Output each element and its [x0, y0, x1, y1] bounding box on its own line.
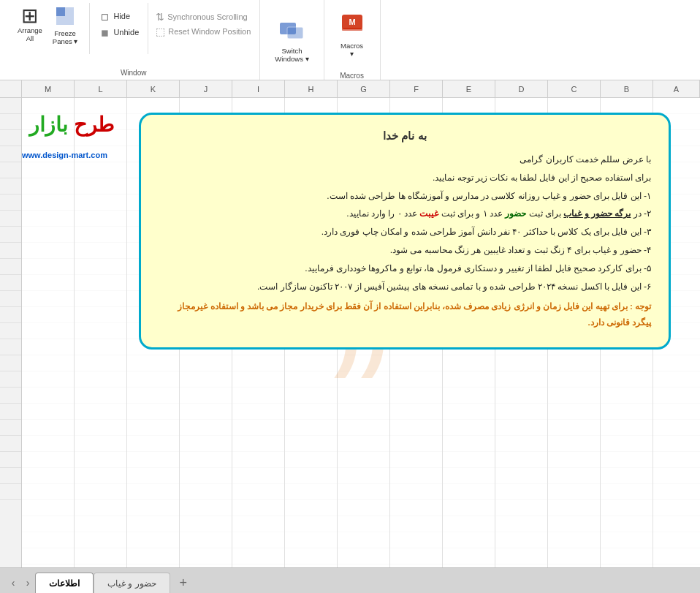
- tab-bar: ‹ › اطلاعات حضور و غیاب +: [0, 567, 700, 593]
- svg-rect-7: [342, 28, 362, 31]
- row-num-4: [0, 146, 21, 162]
- col-header-D: D: [495, 80, 548, 97]
- row-num-3: [0, 130, 21, 146]
- switch-windows-button[interactable]: Switch Windows ▾: [269, 14, 314, 66]
- macros-group-label: Macros: [340, 69, 364, 80]
- col-header-H: H: [285, 80, 338, 97]
- svg-rect-0: [56, 7, 65, 16]
- excel-body: M L K J I H G F E D C B A: [0, 80, 700, 567]
- tab-scroll-right-arrow[interactable]: ›: [20, 573, 35, 593]
- row-num-10: [0, 243, 21, 259]
- row-num-13: [0, 291, 21, 307]
- sync-scroll-icon: ⇅: [156, 11, 164, 23]
- hide-label: Hide: [113, 12, 130, 20]
- notice-text: توجه : برای تهیه این فایل زمان و انرژی ز…: [159, 299, 651, 331]
- sync-scroll-button[interactable]: ⇅ Synchronous Scrolling: [154, 10, 252, 23]
- col-header-C: C: [548, 80, 601, 97]
- hide-icon: ◻: [99, 10, 110, 22]
- col-header-B: B: [601, 80, 653, 97]
- tab-scroll-left-arrow[interactable]: ‹: [6, 573, 20, 593]
- freeze-panes-button[interactable]: Freeze Panes ▾: [48, 3, 83, 48]
- card-line-6: ۵- برای کارکرد صحیح فایل لطفا از تغییر و…: [159, 260, 651, 277]
- window-group-label: Window: [121, 66, 147, 77]
- reset-pos-icon: ⬚: [156, 26, 165, 37]
- col-header-I: I: [232, 80, 285, 97]
- card-body: با عرض سللم خدمت کاربران گرامی برای استف…: [159, 151, 651, 331]
- col-header-M: M: [22, 80, 75, 97]
- card-line-2: ۱- این فایل برای حضور و غیاب روزانه کلاس…: [159, 188, 651, 205]
- row-num-16: [0, 339, 21, 355]
- tab-info[interactable]: اطلاعات: [35, 573, 94, 593]
- card-line-4: ۳- این فایل برای یک کلاس با حداکثر ۴۰ نف…: [159, 224, 651, 241]
- unhide-label: Unhide: [113, 28, 139, 37]
- col-header-F: F: [390, 80, 443, 97]
- unhide-button[interactable]: ◼ Unhide: [94, 25, 143, 39]
- ribbon: ⊞ Arrange All Freeze Panes ▾: [0, 0, 700, 80]
- svg-rect-1: [65, 7, 74, 16]
- macros-button[interactable]: M Macros ▾: [333, 9, 371, 61]
- svg-rect-3: [65, 16, 74, 25]
- hide-button[interactable]: ◻ Hide: [94, 9, 143, 23]
- card-title: به نام خدا: [159, 129, 651, 143]
- card-line-5: ۴- حضور و غیاب برای ۴ زنگ ثبت و تعداد غا…: [159, 242, 651, 259]
- arrange-all-label: Arrange: [18, 26, 42, 34]
- card-line-3: ۲- در برگه حضور و غیاب برای ثبت حضور عدد…: [159, 205, 651, 222]
- grid-content[interactable]: طرح بازار www.design-mart.com )) به نام …: [22, 98, 700, 567]
- row-num-24: [0, 468, 21, 484]
- row-num-1: [0, 98, 21, 114]
- reset-window-position-button[interactable]: ⬚ Reset Window Position: [154, 25, 252, 38]
- col-header-K: K: [127, 80, 180, 97]
- sync-scroll-label: Synchronous Scrolling: [167, 12, 247, 21]
- tarhbazar-logo: طرح بازار: [29, 113, 114, 137]
- row-num-18: [0, 371, 21, 388]
- unhide-icon: ◼: [99, 26, 110, 38]
- svg-rect-5: [287, 27, 303, 39]
- ribbon-group-macros: M Macros ▾ Macros: [324, 0, 381, 80]
- row-num-20: [0, 404, 21, 420]
- row-num-5: [0, 162, 21, 178]
- row-num-15: [0, 323, 21, 339]
- column-headers: M L K J I H G F E D C B A: [0, 80, 700, 98]
- row-num-2: [0, 114, 21, 130]
- info-card: به نام خدا با عرض سللم خدمت کاربران گرام…: [139, 113, 671, 350]
- row-num-25: [0, 484, 21, 500]
- col-header-L: L: [75, 80, 127, 97]
- row-num-9: [0, 227, 21, 243]
- grid-area: طرح بازار www.design-mart.com )) به نام …: [0, 98, 700, 567]
- card-line-0: با عرض سللم خدمت کاربران گرامی: [159, 151, 651, 168]
- row-num-7: [0, 194, 21, 211]
- row-num-12: [0, 275, 21, 291]
- card-line-1: برای استفاده صحیح از این فایل لطفا به نک…: [159, 170, 651, 186]
- col-header-A: A: [653, 80, 700, 97]
- freeze-panes-label: Freeze: [54, 29, 76, 37]
- row-num-header-corner: [0, 80, 22, 97]
- arrange-all-button[interactable]: ⊞ Arrange All: [13, 3, 47, 45]
- macros-label: Macros: [341, 42, 363, 50]
- row-num-8: [0, 211, 21, 227]
- website-link: www.design-mart.com: [22, 151, 107, 159]
- ribbon-group-switch: Switch Windows ▾: [260, 0, 324, 80]
- ribbon-group-window: ⊞ Arrange All Freeze Panes ▾: [7, 0, 260, 80]
- row-num-21: [0, 420, 21, 436]
- tahr-text: طرح: [74, 113, 114, 136]
- row-numbers: [0, 98, 22, 567]
- col-header-G: G: [338, 80, 390, 97]
- arrange-all-label2: All: [26, 34, 34, 42]
- reset-pos-label: Reset Window Position: [168, 27, 251, 36]
- col-header-E: E: [443, 80, 495, 97]
- row-num-6: [0, 178, 21, 194]
- row-num-17: [0, 355, 21, 371]
- freeze-panes-label2: Panes ▾: [53, 37, 78, 45]
- switch-windows-label: Switch: [281, 47, 302, 55]
- row-num-19: [0, 388, 21, 404]
- tab-add-button[interactable]: +: [173, 573, 194, 593]
- row-num-23: [0, 452, 21, 468]
- tab-attendance[interactable]: حضور و غیاب: [94, 573, 170, 593]
- row-num-14: [0, 307, 21, 323]
- row-num-22: [0, 436, 21, 452]
- col-header-J: J: [180, 80, 232, 97]
- macros-label2: ▾: [350, 50, 354, 58]
- svg-rect-2: [56, 16, 65, 25]
- svg-text:M: M: [349, 18, 355, 26]
- row-num-11: [0, 259, 21, 275]
